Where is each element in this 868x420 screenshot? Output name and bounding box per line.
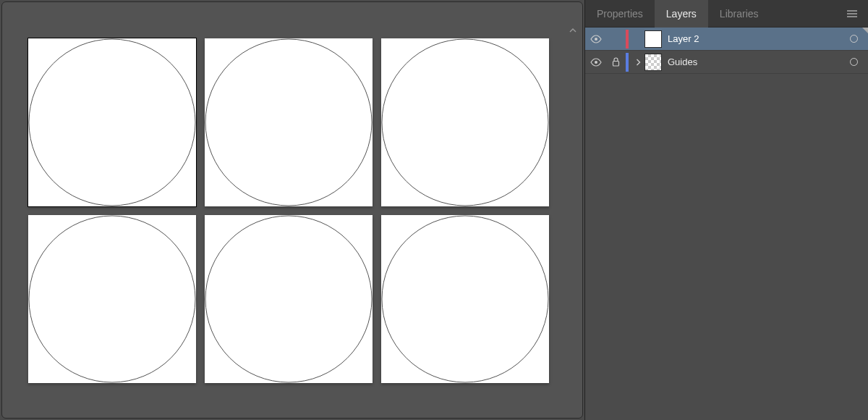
artboard[interactable] [381,215,549,383]
circle-shape[interactable] [381,38,549,206]
tab-properties[interactable]: Properties [585,0,655,28]
layers-list: Layer 2 Gui [585,28,868,420]
layer-color-indicator [626,53,629,72]
panel-menu-button[interactable] [842,4,862,24]
artboard[interactable] [205,38,373,206]
canvas-viewport[interactable] [14,24,568,415]
panel-tabs: Properties Layers Libraries [585,0,868,28]
target-ring-icon [850,58,858,66]
artboard[interactable] [28,215,196,383]
tab-libraries[interactable]: Libraries [708,0,770,28]
visibility-toggle[interactable] [585,58,607,67]
layer-color-indicator [626,30,629,49]
target-ring-icon [850,35,858,43]
scroll-up-arrow[interactable] [568,25,578,35]
layer-name-label[interactable]: Guides [668,56,845,67]
layer-thumbnail[interactable] [644,54,662,71]
circle-shape[interactable] [205,215,373,383]
circle-shape[interactable] [381,215,549,383]
artboard[interactable] [205,215,373,383]
svg-point-2 [382,39,548,206]
eye-icon [590,35,602,43]
visibility-toggle[interactable] [585,35,607,43]
artboard[interactable] [28,38,196,206]
chevron-right-icon [636,59,641,66]
layer-row[interactable]: Layer 2 [585,28,868,51]
svg-point-3 [29,216,195,382]
svg-point-10 [595,61,597,64]
target-toggle[interactable] [845,35,862,43]
svg-point-4 [205,216,372,382]
canvas-area[interactable] [1,1,583,419]
artboard[interactable] [381,38,549,206]
layer-row[interactable]: Guides [585,51,868,74]
tab-layers[interactable]: Layers [655,0,708,28]
lock-icon [612,57,620,67]
circle-shape[interactable] [205,38,373,206]
svg-point-0 [29,39,195,206]
svg-point-9 [595,38,597,41]
svg-point-5 [382,216,548,382]
expand-toggle[interactable] [633,59,643,66]
layer-thumbnail[interactable] [644,30,662,48]
svg-point-1 [205,39,372,206]
target-toggle[interactable] [845,58,862,66]
layer-name-label[interactable]: Layer 2 [668,33,845,44]
eye-icon [590,58,602,67]
svg-rect-11 [613,62,618,67]
circle-shape[interactable] [28,38,196,206]
circle-shape[interactable] [28,215,196,383]
artboard-grid [14,24,568,398]
right-panel: Properties Layers Libraries Lay [584,0,868,420]
hamburger-icon [846,9,858,18]
lock-toggle[interactable] [607,57,624,67]
